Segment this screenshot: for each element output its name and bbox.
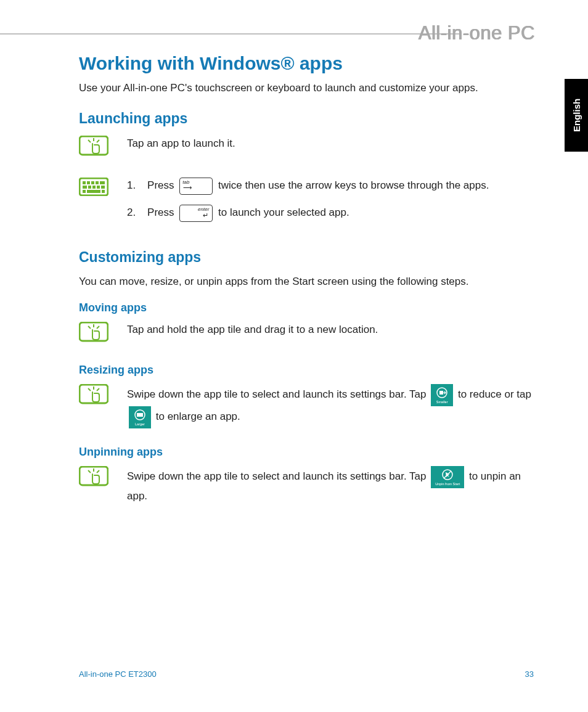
- svg-rect-15: [83, 190, 86, 193]
- resizing-row: Swipe down the app tile to select and la…: [79, 384, 539, 428]
- svg-rect-13: [97, 186, 100, 189]
- tile-label: Unpin from Start: [431, 481, 464, 487]
- touch-icon: [79, 466, 127, 491]
- svg-rect-8: [96, 181, 99, 184]
- header-rule: [0, 33, 461, 35]
- moving-heading: Moving apps: [79, 301, 539, 314]
- text-span: to enlarge an app.: [156, 411, 240, 422]
- svg-rect-10: [83, 186, 87, 189]
- svg-rect-9: [100, 181, 105, 184]
- enter-key-icon: [179, 205, 213, 222]
- svg-rect-29: [137, 413, 143, 417]
- keyboard-icon: [79, 178, 127, 198]
- page-footer: All-in-one PC ET2300 33: [79, 669, 534, 679]
- intro-text: Use your All-in-one PC's touchscreen or …: [79, 81, 539, 96]
- text-span: Swipe down the app tile to select and la…: [127, 470, 426, 482]
- launching-heading: Launching apps: [79, 110, 539, 127]
- running-header: All-in-one PC: [419, 22, 535, 44]
- launching-keyboard-steps: 1. Press twice then use the arrow keys t…: [127, 178, 539, 232]
- unpinning-heading: Unpinning apps: [79, 446, 539, 459]
- unpin-tile-icon: Unpin from Start: [431, 466, 464, 488]
- svg-line-2: [88, 140, 91, 142]
- step-text: twice then use the arrow keys to browse …: [218, 179, 489, 191]
- touch-icon: [79, 322, 127, 346]
- step-text: to launch your selected app.: [218, 207, 349, 218]
- svg-line-33: [97, 470, 99, 473]
- footer-model: All-in-one PC ET2300: [79, 669, 157, 679]
- page-content: Working with Windows® apps Use your All-…: [79, 53, 539, 522]
- unpinning-text: Swipe down the app tile to select and la…: [127, 466, 539, 504]
- customizing-desc: You can move, resize, or unpin apps from…: [79, 274, 539, 289]
- step-text: Press: [147, 179, 174, 191]
- svg-rect-7: [91, 181, 94, 184]
- footer-page-number: 33: [525, 669, 534, 679]
- svg-line-21: [97, 326, 99, 329]
- svg-rect-14: [101, 186, 105, 189]
- text-span: Swipe down the app tile to select and la…: [127, 388, 426, 400]
- resizing-heading: Resizing apps: [79, 364, 539, 377]
- tab-key-icon: [179, 178, 213, 195]
- svg-rect-12: [92, 186, 96, 189]
- resizing-text: Swipe down the app tile to select and la…: [127, 384, 539, 428]
- unpinning-row: Swipe down the app tile to select and la…: [79, 466, 539, 504]
- moving-row: Tap and hold the app tile and drag it to…: [79, 322, 539, 346]
- svg-rect-17: [102, 190, 105, 193]
- svg-rect-11: [88, 186, 91, 189]
- customizing-heading: Customizing apps: [79, 249, 539, 266]
- launching-keyboard-row: 1. Press twice then use the arrow keys t…: [79, 178, 539, 232]
- svg-line-20: [88, 326, 91, 329]
- language-tab: English: [565, 79, 588, 152]
- step-number: 1.: [127, 179, 136, 191]
- svg-line-3: [97, 140, 99, 142]
- svg-rect-6: [87, 181, 90, 184]
- svg-rect-5: [83, 181, 86, 184]
- svg-rect-27: [439, 391, 443, 395]
- moving-text: Tap and hold the app tile and drag it to…: [127, 322, 539, 338]
- tile-label: Smaller: [431, 399, 453, 405]
- launching-touch-row: Tap an app to launch it.: [79, 136, 539, 160]
- svg-line-35: [444, 471, 451, 478]
- svg-line-32: [88, 470, 91, 473]
- svg-rect-16: [87, 190, 100, 193]
- text-span: to reduce or tap: [458, 388, 531, 400]
- touch-icon: [79, 384, 127, 409]
- page-title: Working with Windows® apps: [79, 53, 539, 74]
- smaller-tile-icon: Smaller: [431, 384, 453, 406]
- touch-icon: [79, 136, 127, 160]
- tile-label: Larger: [129, 422, 151, 427]
- step-text: Press: [147, 207, 174, 218]
- svg-line-24: [88, 388, 91, 391]
- svg-line-25: [97, 388, 99, 391]
- larger-tile-icon: Larger: [129, 406, 151, 428]
- step-number: 2.: [127, 207, 136, 218]
- launching-touch-text: Tap an app to launch it.: [127, 136, 539, 152]
